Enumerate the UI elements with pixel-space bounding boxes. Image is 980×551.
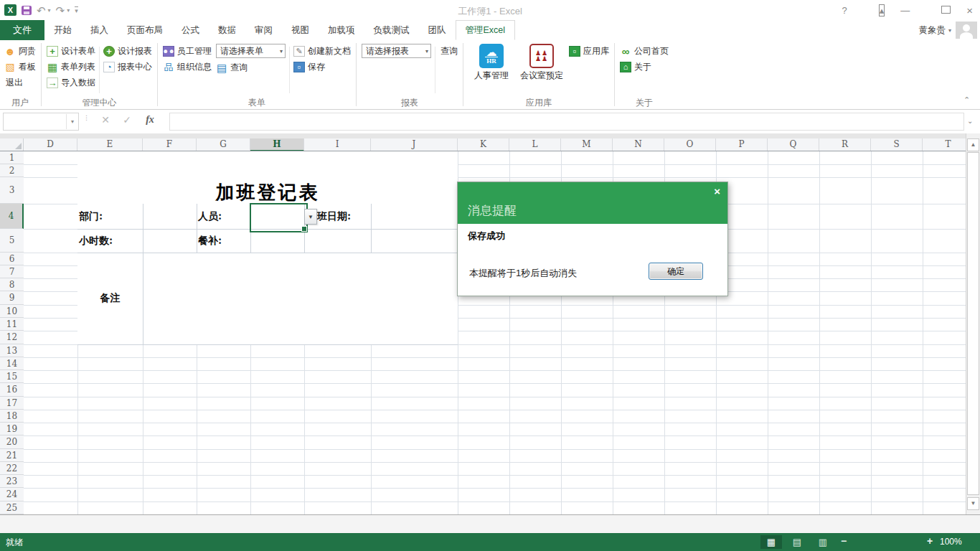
ribbon-tab-文件[interactable]: 文件: [0, 20, 44, 40]
column-header-D[interactable]: D: [24, 138, 77, 151]
enter-entry-icon[interactable]: ✓: [119, 114, 135, 126]
ribbon-display-options-icon[interactable]: ▴: [863, 5, 885, 16]
close-icon[interactable]: ×: [966, 4, 973, 17]
ribbon-tab-公式[interactable]: 公式: [172, 21, 209, 40]
row-header-9[interactable]: 9: [0, 291, 24, 305]
ribbon-button-阿贵[interactable]: ☻阿贵: [4, 43, 36, 59]
ribbon-tab-数据[interactable]: 数据: [209, 21, 245, 40]
row-header-14[interactable]: 14: [0, 357, 24, 370]
ribbon-button-查询[interactable]: 查询: [439, 43, 458, 59]
row-header-20[interactable]: 20: [0, 435, 24, 449]
row-header-2[interactable]: 2: [0, 164, 24, 177]
ribbon-button-公司首页[interactable]: ∞公司首页: [620, 43, 669, 59]
column-header-H[interactable]: H: [250, 138, 304, 151]
ribbon-button-退出[interactable]: 退出: [4, 75, 36, 90]
zoom-in-icon[interactable]: +: [927, 535, 933, 547]
row-header-21[interactable]: 21: [0, 449, 24, 462]
row-header-13[interactable]: 13: [0, 344, 24, 357]
page-break-view-icon[interactable]: ▥: [812, 535, 834, 549]
ribbon-button-表单列表[interactable]: ▦表单列表: [47, 59, 95, 75]
vscroll-down-arrow-icon[interactable]: ▼: [967, 497, 979, 510]
ribbon-button-查询[interactable]: ▤查询: [216, 60, 286, 75]
ribbon-tab-加载项[interactable]: 加载项: [319, 21, 364, 40]
dropdown-请选择报表[interactable]: 请选择报表▾: [362, 44, 431, 58]
row-header-10[interactable]: 10: [0, 305, 24, 318]
column-header-K[interactable]: K: [458, 138, 509, 151]
row-header-1[interactable]: 1: [0, 151, 24, 164]
row-header-18[interactable]: 18: [0, 410, 24, 423]
name-box-caret-icon[interactable]: ▾: [66, 114, 78, 129]
ribbon-tab-页面布局[interactable]: 页面布局: [118, 21, 172, 40]
row-header-5[interactable]: 5: [0, 229, 24, 253]
row-header-11[interactable]: 11: [0, 318, 24, 331]
row-header-12[interactable]: 12: [0, 331, 24, 344]
ribbon-button-关于[interactable]: ⌂关于: [620, 59, 669, 75]
ribbon-button-创建新文档[interactable]: ✎创建新文档: [293, 43, 351, 59]
collapse-ribbon-icon[interactable]: ⌃: [963, 95, 970, 105]
ribbon-button-应用库[interactable]: ▫应用库: [569, 43, 609, 59]
row-header-3[interactable]: 3: [0, 177, 24, 204]
maximize-icon[interactable]: [925, 5, 951, 16]
ribbon-tab-视图[interactable]: 视图: [282, 21, 319, 40]
dropdown-请选择表单[interactable]: 请选择表单▾: [216, 44, 286, 58]
row-header-16[interactable]: 16: [0, 383, 24, 397]
ribbon-button-设计表单[interactable]: +设计表单: [47, 43, 95, 59]
fill-handle[interactable]: [301, 226, 307, 232]
ribbon-button-组织信息[interactable]: 品组织信息: [163, 59, 212, 75]
ribbon-button-设计报表[interactable]: +设计报表: [103, 43, 152, 59]
column-header-O[interactable]: O: [664, 138, 716, 151]
column-header-Q[interactable]: Q: [768, 138, 819, 151]
row-header-7[interactable]: 7: [0, 265, 24, 278]
data-validation-dropdown-icon[interactable]: ▼: [304, 209, 317, 225]
row-header-24[interactable]: 24: [0, 488, 24, 501]
cancel-entry-icon[interactable]: ✕: [98, 114, 113, 126]
row-header-22[interactable]: 22: [0, 462, 24, 475]
vscroll-up-arrow-icon[interactable]: ▲: [967, 138, 979, 151]
ribbon-bigbutton-会议室预定[interactable]: ♟♟♟♟会议室预定: [519, 44, 565, 82]
row-header-8[interactable]: 8: [0, 278, 24, 291]
selected-cell-H4[interactable]: [250, 203, 308, 232]
normal-view-icon[interactable]: ▦: [760, 535, 782, 549]
select-all-corner[interactable]: [0, 138, 24, 151]
ok-button[interactable]: 确定: [649, 263, 703, 280]
row-header-4[interactable]: 4: [0, 204, 24, 229]
row-header-6[interactable]: 6: [0, 253, 24, 265]
column-header-S[interactable]: S: [871, 138, 923, 151]
column-header-P[interactable]: P: [716, 138, 768, 151]
column-header-R[interactable]: R: [819, 138, 871, 151]
column-header-I[interactable]: I: [304, 138, 371, 151]
insert-function-icon[interactable]: fx: [142, 114, 158, 126]
column-header-J[interactable]: J: [371, 138, 458, 151]
minimize-icon[interactable]: —: [900, 5, 910, 16]
column-header-L[interactable]: L: [509, 138, 561, 151]
ribbon-tab-管理Excel[interactable]: 管理Excel: [456, 20, 516, 40]
ribbon-bigbutton-人事管理[interactable]: ☁HR人事管理: [468, 44, 514, 82]
row-header-15[interactable]: 15: [0, 370, 24, 383]
name-box[interactable]: ▾: [3, 113, 79, 131]
column-header-N[interactable]: N: [613, 138, 664, 151]
page-layout-view-icon[interactable]: ▤: [786, 535, 808, 549]
dialog-close-icon[interactable]: ×: [714, 185, 720, 197]
ribbon-tab-插入[interactable]: 插入: [81, 21, 118, 40]
zoom-level[interactable]: 100%: [940, 537, 962, 547]
ribbon-tab-审阅[interactable]: 审阅: [245, 21, 282, 40]
ribbon-tab-团队[interactable]: 团队: [419, 21, 456, 40]
formula-bar-splitter[interactable]: ⋮: [83, 116, 90, 120]
column-header-G[interactable]: G: [197, 138, 250, 151]
zoom-out-icon[interactable]: −: [841, 535, 847, 547]
ribbon-button-员工管理[interactable]: ☻☻员工管理: [163, 43, 212, 59]
vscroll-thumb[interactable]: [967, 152, 979, 495]
ribbon-tab-开始[interactable]: 开始: [44, 21, 81, 40]
expand-formula-bar-icon[interactable]: ⌄: [967, 117, 973, 125]
column-header-F[interactable]: F: [143, 138, 197, 151]
avatar[interactable]: [956, 22, 977, 39]
row-header-25[interactable]: 25: [0, 501, 24, 514]
row-header-23[interactable]: 23: [0, 475, 24, 488]
ribbon-tab-负载测试[interactable]: 负载测试: [364, 21, 419, 40]
row-header-17[interactable]: 17: [0, 397, 24, 410]
help-icon[interactable]: ?: [842, 5, 847, 16]
column-header-E[interactable]: E: [77, 138, 143, 151]
ribbon-button-报表中心[interactable]: ◔报表中心: [103, 59, 152, 75]
ribbon-button-看板[interactable]: ▧看板: [4, 59, 36, 75]
row-header-19[interactable]: 19: [0, 423, 24, 435]
